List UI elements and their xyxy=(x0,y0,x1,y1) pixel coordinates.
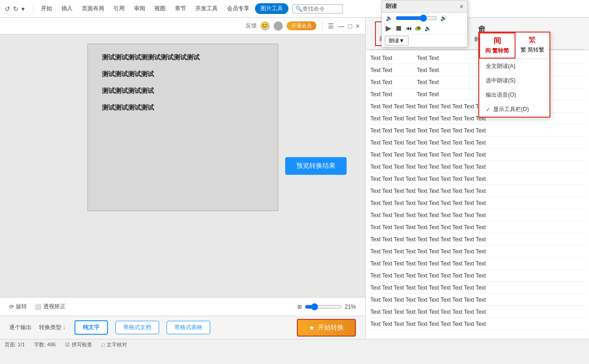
show-toolbar-item[interactable]: ✓ 显示工具栏(D) xyxy=(479,102,549,117)
speaker-icon: 🔊 xyxy=(440,15,447,21)
simp-tab[interactable]: 繁 繁 简转繁 xyxy=(515,33,550,59)
menu-chapter[interactable]: 章节 xyxy=(171,3,190,14)
list-item: Text Text Text Text Text Text Text Text … xyxy=(368,100,586,113)
trad-tab-icon: 间 xyxy=(494,36,501,46)
menu-review[interactable]: 审阅 xyxy=(130,3,149,14)
list-item: Text Text Text Text Text Text Text Text … xyxy=(368,113,586,125)
export-audio-label: 输出语音(O) xyxy=(486,91,516,99)
export-label: 逐个输出 xyxy=(9,324,32,331)
redo-button[interactable]: ↻ xyxy=(12,4,20,13)
show-toolbar-label: 显示工具栏(D) xyxy=(493,106,529,113)
list-item: Text Text Text Text Text Text Text Text … xyxy=(368,282,586,294)
list-item: Text Text Text Text Text Text Text Text … xyxy=(368,149,586,161)
member-button[interactable]: 开通会员 xyxy=(287,21,316,30)
feedback-label[interactable]: 反馈 xyxy=(246,22,257,30)
doc-line-1: 测试测试测试测测试测试测试测试 xyxy=(102,53,264,62)
reading-panel-title: 朗读 xyxy=(386,2,397,10)
volume-row: 🔈 🔊 xyxy=(386,14,463,22)
zoom-area: ⊞ 21% xyxy=(297,303,356,311)
doc-line-2: 测试测试测试测试 xyxy=(102,70,264,79)
search-box: 🔍 xyxy=(292,4,343,13)
reading-mode-dropdown[interactable]: 朗读▼ xyxy=(385,36,408,46)
rewind-icon: ⏮ xyxy=(406,25,412,32)
start-convert-icon: ★ xyxy=(309,324,315,331)
list-item: Text Text Text Text Text Text Text Text … xyxy=(368,125,586,137)
menu-vip[interactable]: 会员专享 xyxy=(223,3,253,14)
simp-tab-icon: 繁 xyxy=(529,35,536,45)
avatar-2 xyxy=(274,21,283,31)
doc-line-3: 测试测试测试测试 xyxy=(102,87,264,95)
trad-tab[interactable]: 间 间 繁转简 xyxy=(479,33,515,59)
top-toolbar: ↺ ↻ ▾ 开始 插入 页面布局 引用 审阅 视图 章节 开发工具 会员专享 图… xyxy=(0,0,589,18)
conv-table-btn[interactable]: 带格式表格 xyxy=(167,321,210,334)
right-content[interactable]: Text Text Text Text Text Text Text Text … xyxy=(366,50,589,339)
table-row: Text Text Text Text xyxy=(368,52,586,64)
zoom-percent: 21% xyxy=(345,304,356,310)
menu-view[interactable]: 视图 xyxy=(151,3,169,14)
fast-icon: 🔉 xyxy=(424,25,431,32)
canvas-area: 测试测试测试测测试测试测试测试 测试测试测试测试 测试测试测试测试 测试测试测试… xyxy=(0,34,365,297)
list-item: Text Text Text Text Text Text Text Text … xyxy=(368,318,586,330)
list-item: Text Text Text Text Text Text Text Text … xyxy=(368,173,586,185)
list-item: Text Text Text Text Text Text Text Text … xyxy=(368,137,586,149)
trad-tab-label: 间 繁转简 xyxy=(485,47,509,55)
volume-slider[interactable] xyxy=(395,14,437,22)
conv-formatted-btn[interactable]: 带格式文档 xyxy=(115,321,159,334)
volume-icon: 🔈 xyxy=(386,15,393,21)
perspective-button[interactable]: ⬜ 透视矫正 xyxy=(34,303,66,311)
spell-check-icon: ☑ xyxy=(65,342,70,348)
list-item: Text Text Text Text Text Text Text Text … xyxy=(368,294,586,306)
img-tool-button[interactable]: 图片工具 xyxy=(255,3,288,14)
text-check-item[interactable]: □ 文字校对 xyxy=(101,341,127,348)
menu-devtools[interactable]: 开发工具 xyxy=(192,3,221,14)
dropdown-top-tabs: 间 间 繁转简 繁 繁 简转繁 xyxy=(479,33,549,59)
search-input[interactable] xyxy=(302,6,340,12)
search-icon: 🔍 xyxy=(295,6,302,12)
undo-redo-area: ↺ ↻ ▾ xyxy=(4,4,26,13)
more-button[interactable]: ▾ xyxy=(20,4,26,13)
menu-layout[interactable]: 页面布局 xyxy=(78,3,108,14)
preview-button[interactable]: 预览转换结果 xyxy=(285,157,347,175)
rotate-button[interactable]: ⟳ 旋转 xyxy=(9,303,27,311)
table-row: Text Text Text Text xyxy=(368,64,586,76)
menu-start[interactable]: 开始 xyxy=(37,3,56,14)
reading-panel-titlebar: 朗读 × xyxy=(382,0,467,13)
list-item: Text Text Text Text Text Text Text Text … xyxy=(368,245,586,258)
start-convert-button[interactable]: ★ 开始转换 xyxy=(297,319,356,337)
selected-read-item[interactable]: 选中朗读(S) xyxy=(479,73,549,88)
toolbar-dropdown-menu: 间 间 繁转简 繁 繁 简转繁 全文朗读(A) 选中朗读(S) 输出语音(O) … xyxy=(478,32,550,118)
divider-h xyxy=(322,21,322,31)
export-audio-item[interactable]: 输出语音(O) xyxy=(479,88,549,102)
bottom-controls: ⟳ 旋转 ⬜ 透视矫正 ⊞ 21% xyxy=(0,297,365,316)
export-bar: 逐个输出 转换类型： 纯文字 带格式文档 带格式表格 ★ 开始转换 xyxy=(0,316,365,339)
word-count: 字数: 486 xyxy=(34,341,55,348)
minimize-btn[interactable]: — xyxy=(338,22,344,30)
list-item: Text Text Text Text Text Text Text Text … xyxy=(368,270,586,282)
page-info: 页面: 1/1 xyxy=(5,341,25,348)
user-avatar: 😊 xyxy=(261,21,270,31)
conv-plaintext-btn[interactable]: 纯文字 xyxy=(74,320,108,335)
speed-icon: 🐢 xyxy=(415,25,422,32)
text-check-icon: □ xyxy=(101,342,105,348)
stop-button[interactable]: ⏹ xyxy=(395,24,402,33)
full-read-item[interactable]: 全文朗读(A) xyxy=(479,59,549,73)
reading-panel-close-btn[interactable]: × xyxy=(460,3,463,10)
table-row: Text Text Text Text xyxy=(368,76,586,88)
close-btn[interactable]: × xyxy=(356,22,360,30)
menu-icon-btn[interactable]: ☰ xyxy=(328,22,334,30)
reading-panel: 朗读 × 🔈 🔊 ▶ ⏹ ⏮ 🐢 🔉 朗读▼ xyxy=(382,0,468,47)
zoom-slider[interactable] xyxy=(305,303,342,311)
menu-reference[interactable]: 引用 xyxy=(110,3,128,14)
start-convert-label: 开始转换 xyxy=(318,324,344,332)
restore-btn[interactable]: □ xyxy=(348,22,352,30)
list-item: Text Text Text Text Text Text Text Text … xyxy=(368,233,586,245)
play-button[interactable]: ▶ xyxy=(386,24,391,33)
menu-insert[interactable]: 插入 xyxy=(58,3,76,14)
undo-button[interactable]: ↺ xyxy=(4,4,11,13)
spell-check-item[interactable]: ☑ 拼写检查 xyxy=(65,341,92,348)
full-read-label: 全文朗读(A) xyxy=(486,62,515,70)
status-bar: 页面: 1/1 字数: 486 ☑ 拼写检查 □ 文字校对 xyxy=(0,339,589,350)
spell-check-label: 拼写检查 xyxy=(72,341,92,348)
document-page: 测试测试测试测测试测试测试测试 测试测试测试测试 测试测试测试测试 测试测试测试… xyxy=(87,44,278,211)
list-item: Text Text Text Text Text Text Text Text … xyxy=(368,161,586,173)
